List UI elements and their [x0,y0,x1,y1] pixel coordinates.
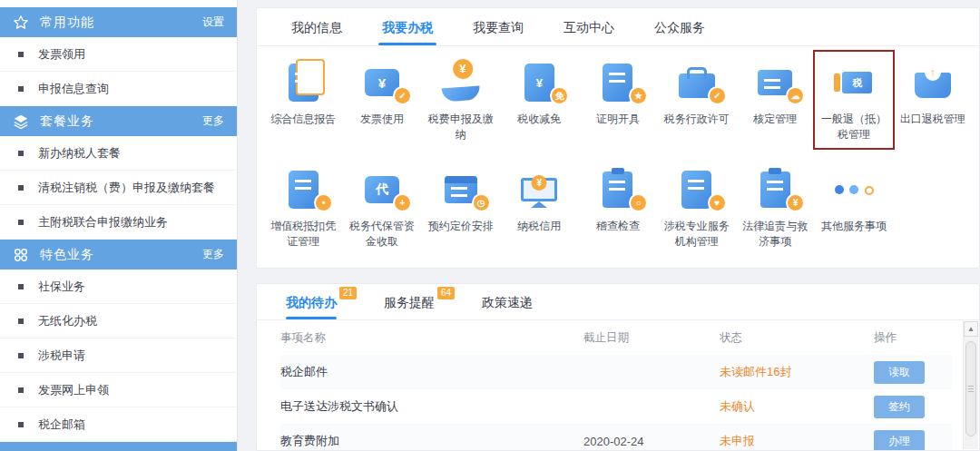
sidebar-item[interactable]: 主附税联合申报缴纳业务 [0,205,237,240]
document-heart-icon [681,171,711,209]
sidebar-item[interactable]: 发票网上申领 [0,373,237,407]
service-label: 稽查检查 [581,219,656,234]
bullet-icon [18,387,24,393]
sidebar-item[interactable]: 税企邮箱 [0,407,237,442]
col-status: 状态 [720,330,874,346]
icon-glyph: 税 [842,72,872,93]
count-badge: 21 [339,287,357,299]
service-item[interactable]: 税 一般退（抵）税管理 [815,52,894,148]
tab-label: 服务提醒 [384,295,435,309]
grid-dots-icon [13,247,29,263]
sidebar-item[interactable]: 申报信息查询 [0,72,237,106]
service-item[interactable]: ¥ 纳税信用 [500,159,579,255]
agent-bubble-icon: 代 [365,176,399,203]
service-item[interactable]: ♥ 涉税专业服务机构管理 [657,159,736,255]
service-item[interactable]: ◷ 预约定价安排 [421,159,500,255]
status-text: 未读邮件16封 [720,364,874,380]
service-item[interactable]: 综合信息报告 [264,52,343,148]
service-item[interactable]: ¥ 免 税收减免 [500,52,579,148]
service-label: 综合信息报告 [266,112,341,127]
services-grid-row1: 综合信息报告 ¥ ✓ 发票使用 ¥ [257,46,979,148]
status-text: 未确认 [720,398,874,415]
sidebar-item[interactable]: 发票领用 [0,37,237,72]
table-row: 电子送达涉税文书确认 未确认 签约 [280,389,952,424]
sidebar-section-featured-business: 特色业务 更多 [0,240,237,270]
service-label: 预约定价安排 [423,219,498,234]
sidebar-section-package-business: 套餐业务 更多 [0,106,237,136]
sidebar-item-label: 税企邮箱 [38,417,85,433]
service-item[interactable]: ¥ 税费申报及缴纳 [421,52,500,148]
col-action: 操作 [874,330,952,346]
tab-my-tax[interactable]: 我要办税 [362,8,453,45]
service-item[interactable]: ☁ 核定管理 [736,52,815,148]
action-button[interactable]: 读取 [874,361,925,384]
settings-link[interactable]: 设置 [202,15,224,30]
service-label: 税务代保管资金收取 [345,219,420,250]
bullet-icon [18,86,24,92]
scrollbar[interactable]: ▲ [963,321,978,449]
badge-icon: ¥ [532,175,547,191]
tax-ticket-icon: 税 [842,72,872,93]
action-button[interactable]: 办理 [874,430,925,451]
col-item-name: 事项名称 [280,330,583,346]
scroll-up-arrow-icon[interactable]: ▲ [964,321,978,337]
sidebar-item-label: 申报信息查询 [38,81,109,97]
service-item[interactable]: ★ 证明开具 [579,52,658,148]
service-label: 发票使用 [345,112,420,127]
certificate-star-icon [603,64,632,102]
server-cloud-icon [758,70,792,95]
tab-interaction-center[interactable]: 互动中心 [544,8,634,45]
table-row: 教育费附加 2020-02-24 未申报 办理 [280,424,952,451]
sidebar-item[interactable]: 清税注销税（费）申报及缴纳套餐 [0,171,237,205]
main-content: 我的信息 我要办税 我要查询 互动中心 公众服务 综合信息报告 [256,7,980,451]
tab-public-service[interactable]: 公众服务 [634,8,725,45]
document-stamp-icon [289,171,318,209]
scrollbar-thumb[interactable] [965,341,976,436]
section-title: 常用功能 [40,15,202,31]
section-title: 套餐业务 [40,113,202,130]
service-item[interactable]: 其他服务事项 [815,159,894,255]
bullet-icon [18,284,24,289]
action-button[interactable]: 签约 [874,396,925,418]
badge-icon: ¥ [788,195,803,211]
service-item[interactable]: ¥ ✓ 发票使用 [343,52,422,148]
service-item[interactable]: 代 + 税务代保管资金收取 [343,159,422,255]
badge-icon: 免 [552,88,567,103]
sidebar-item[interactable]: 涉税申请 [0,338,237,373]
tab-label: 政策速递 [482,295,533,309]
sidebar-item[interactable]: 新办纳税人套餐 [0,136,237,171]
service-item[interactable]: ↑ 出口退税管理 [893,52,972,148]
todo-table: 事项名称 截止日期 状态 操作 税企邮件 未读邮件16封 读取 [257,320,979,451]
tab-my-info[interactable]: 我的信息 [271,8,362,45]
sidebar-item-label: 新办纳税人套餐 [38,145,121,162]
service-label: 法律追责与救济事项 [738,219,813,250]
tab-label: 我的待办 [286,295,337,309]
count-badge: 64 [437,287,455,299]
tab-policy-express[interactable]: 政策速递 [466,284,549,319]
calendar-clock-icon [445,176,477,203]
status-text: 未申报 [720,433,874,449]
main-tabs: 我的信息 我要办税 我要查询 互动中心 公众服务 [257,8,979,46]
service-label: 核定管理 [738,112,813,127]
service-label: 税收减免 [502,112,577,127]
service-item[interactable]: • 增值税抵扣凭证管理 [264,159,343,255]
more-link[interactable]: 更多 [202,247,224,262]
table-row: 税企邮件 未读邮件16封 读取 [280,355,952,389]
service-item[interactable]: ✓ 税务行政许可 [657,52,736,148]
service-item[interactable]: ○ 稽查检查 [579,159,658,255]
service-item[interactable]: ¥ 法律追责与救济事项 [736,159,815,255]
service-label: 税费申报及缴纳 [423,112,498,142]
tab-service-reminder[interactable]: 服务提醒 64 [368,284,451,319]
more-link[interactable]: 更多 [202,113,224,129]
sidebar-item[interactable]: 无纸化办税 [0,304,237,338]
icon-glyph: ¥ [365,69,399,96]
sidebar-item-label: 发票网上申领 [38,382,109,398]
sidebar-item[interactable]: 社保业务 [0,270,237,304]
sidebar-section-header-partial [0,442,237,451]
tab-my-query[interactable]: 我要查询 [453,8,544,45]
tab-my-todo[interactable]: 我的待办 21 [270,284,353,319]
service-label: 增值税抵扣凭证管理 [266,219,341,250]
badge-icon: ◷ [474,195,489,211]
bullet-icon [18,319,24,324]
badge-icon: ○ [631,195,646,211]
